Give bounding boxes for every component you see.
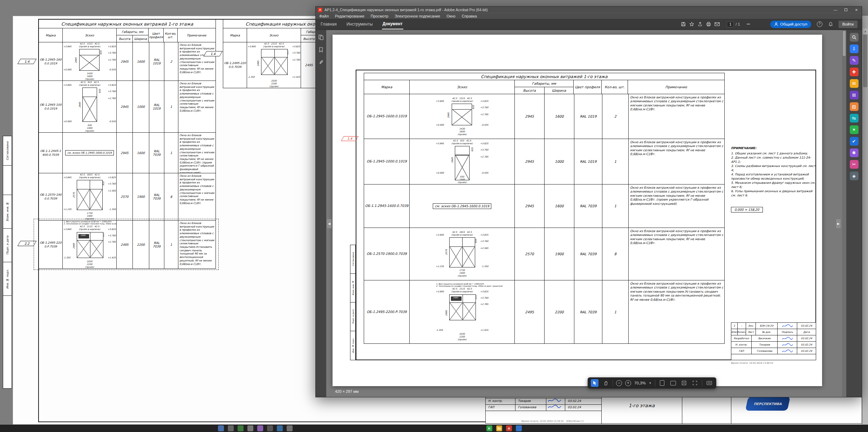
combine-files-tool-icon[interactable]: ⊞ xyxy=(850,91,859,99)
request-signatures-tool-icon[interactable]: ⇆ xyxy=(850,114,859,123)
notes-title: ПРИМЕЧАНИЕ: xyxy=(731,146,818,150)
taskbar-app-icon[interactable] xyxy=(218,425,224,431)
export-pdf-tool-icon[interactable]: ⇩ xyxy=(850,44,859,53)
page-dimensions-status: 420 × 297 мм xyxy=(335,389,358,393)
bookmarks-icon[interactable] xyxy=(319,47,323,53)
star-icon[interactable] xyxy=(688,20,696,28)
elev-label: +3.825 xyxy=(108,176,116,179)
color-cell: RAL 7039 xyxy=(574,184,602,228)
scrollbar-thumb[interactable] xyxy=(863,35,867,87)
taskbar-app-icon[interactable] xyxy=(238,425,244,431)
previous-page-arrow[interactable]: ◀ xyxy=(327,219,332,228)
menu-help[interactable]: Справка xyxy=(462,14,477,18)
taskbar-icon-acrobat[interactable]: A xyxy=(506,425,512,431)
note-cell: Окно из блоков витражной конструкции в п… xyxy=(629,228,725,280)
pdf-scrollbar[interactable] xyxy=(842,30,846,397)
sign-in-button[interactable]: Войти xyxy=(839,21,857,28)
menu-view[interactable]: Просмотр xyxy=(371,14,388,18)
page-thumbnails-icon[interactable] xyxy=(318,34,324,40)
tab-document[interactable]: Документ xyxy=(382,19,403,29)
measure-tool-icon[interactable]: ◈ xyxy=(850,172,859,180)
taskbar-app-icon[interactable] xyxy=(228,425,234,431)
fullscreen-view-icon[interactable] xyxy=(691,379,699,387)
notifications-bell-icon[interactable] xyxy=(827,20,835,28)
dim-label: (проём) xyxy=(85,78,94,80)
mark-cell: ОБ-1.2945-1600.0.1019 xyxy=(39,42,63,81)
page-count-label: / 1 xyxy=(736,22,740,26)
attachments-paperclip-icon[interactable] xyxy=(319,60,323,65)
taskbar-icon-folder[interactable] xyxy=(496,425,502,431)
menu-edit[interactable]: Редактирование xyxy=(335,14,364,18)
window-sketch: 42.5 2115 42.5 +3.845 (проём в кирпиче) … xyxy=(247,42,301,88)
next-page-arrow[interactable]: ▶ xyxy=(836,219,841,228)
windows-taskbar[interactable]: K A xyxy=(0,425,868,432)
menu-window[interactable]: Окно xyxy=(446,14,456,18)
taskbar-app-icon[interactable] xyxy=(267,425,273,431)
organize-pages-tool-icon[interactable]: ▤ xyxy=(850,102,859,111)
search-tool-icon[interactable] xyxy=(850,33,859,42)
zoom-dropdown-caret[interactable]: ▼ xyxy=(649,382,652,385)
help-icon[interactable]: ? xyxy=(817,21,822,27)
minimize-button[interactable]: — xyxy=(830,7,841,13)
compress-tool-icon[interactable]: ✱ xyxy=(850,148,859,157)
titlebar[interactable]: A АР1.2-4_Спецификация наружных оконных … xyxy=(316,7,862,13)
tab-tools[interactable]: Инструменты xyxy=(346,19,374,29)
share-icon[interactable] xyxy=(696,20,704,28)
menu-esign[interactable]: Электронное подписание xyxy=(395,14,440,18)
color-cell: RAL 1019 xyxy=(149,81,164,132)
comment-tool-icon[interactable]: ✉ xyxy=(850,79,859,88)
elev-label: +3.825 xyxy=(480,234,488,236)
taskbar-app-icon[interactable] xyxy=(247,425,253,431)
hand-tool-icon[interactable] xyxy=(602,379,609,387)
fit-width-view-icon[interactable] xyxy=(669,379,677,387)
share-access-button[interactable]: Общий доступ xyxy=(770,21,811,28)
window-sketch: 42.5 1815 42.5 +3.845 (проём в кирпиче) … xyxy=(63,173,116,220)
tab-home[interactable]: Главная xyxy=(320,19,337,29)
width-cell: 1900 xyxy=(545,228,574,280)
fill-sign-tool-icon[interactable]: ✶ xyxy=(850,125,859,134)
width-cell: 2200 xyxy=(545,280,574,343)
maximize-button[interactable] xyxy=(841,7,851,13)
height-cell: 2570 xyxy=(117,173,133,220)
taskbar-app-icon[interactable] xyxy=(287,425,293,431)
dim-label: 2495 xyxy=(445,310,447,316)
single-page-view-icon[interactable] xyxy=(658,379,666,387)
dim-label: (проём) xyxy=(458,133,467,135)
dim-label: 42.5 2115 42.5 xyxy=(452,288,472,290)
fit-page-view-icon[interactable] xyxy=(680,379,688,387)
height-cell: 2570 xyxy=(515,228,545,280)
signature xyxy=(781,336,793,341)
elev-label: +2.785 xyxy=(108,97,116,99)
taskbar-icon-antivirus[interactable]: K xyxy=(486,425,492,431)
print-icon[interactable] xyxy=(704,20,713,28)
pdf-scrollbar-thumb[interactable] xyxy=(843,31,846,56)
create-pdf-tool-icon[interactable]: ✚ xyxy=(850,68,859,76)
taskbar-app-icon[interactable] xyxy=(277,425,283,431)
document-area[interactable]: Согласовано Взам. инв. № Подп. и дата Ин… xyxy=(326,30,846,397)
window-drawing xyxy=(261,49,288,75)
select-tool-icon[interactable] xyxy=(591,379,599,387)
protect-tool-icon[interactable]: ✔ xyxy=(850,137,859,146)
taskbar-icon-app[interactable] xyxy=(516,425,522,431)
zoom-in-button[interactable]: + xyxy=(625,380,631,386)
more-tools-button[interactable]: ••• xyxy=(744,20,753,28)
close-button[interactable]: ✕ xyxy=(851,7,862,13)
background-app-scrollbar[interactable]: ▲ xyxy=(862,16,868,425)
dim-label: 2200 xyxy=(459,336,465,338)
red-position-marker[interactable]: 1.4 xyxy=(341,136,358,141)
sketch-note: 2. Заполнение из сендвич панелей толщ. 9… xyxy=(436,285,488,287)
window-drawing xyxy=(77,180,103,210)
page-controls-keypad-icon[interactable] xyxy=(705,379,713,387)
zoom-level[interactable]: 70,3% xyxy=(634,381,646,385)
scroll-up-arrow[interactable]: ▲ xyxy=(862,28,868,34)
save-icon[interactable] xyxy=(679,20,688,28)
taskbar-app-icon[interactable] xyxy=(257,425,263,431)
edit-pdf-tool-icon[interactable]: ✎ xyxy=(850,56,859,65)
menu-file[interactable]: Файл xyxy=(319,14,329,18)
sketch-cell: 42.5 2115 42.5 +3.845 (проём в кирпиче) … xyxy=(247,42,301,88)
dim-label: 2945 xyxy=(78,102,81,107)
mail-icon[interactable] xyxy=(713,20,721,28)
stamp-tool-icon[interactable]: ✂ xyxy=(850,160,859,169)
page-number-input[interactable]: 1 xyxy=(727,21,734,27)
zoom-out-button[interactable]: − xyxy=(616,380,622,386)
